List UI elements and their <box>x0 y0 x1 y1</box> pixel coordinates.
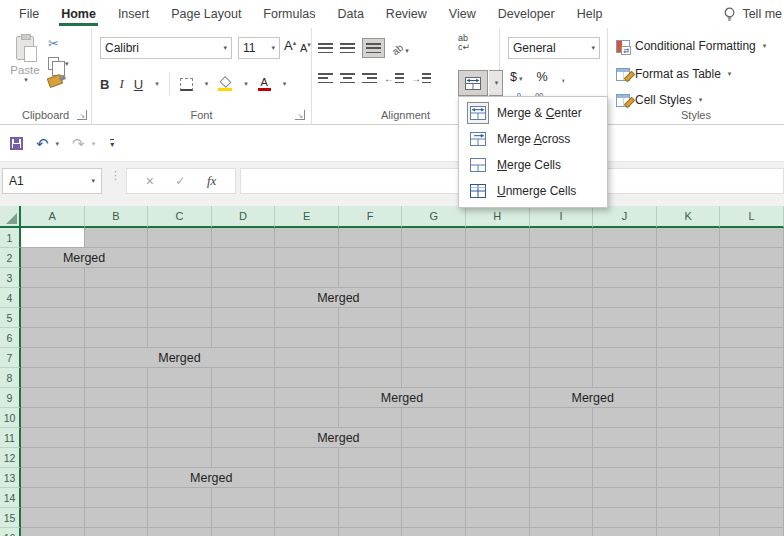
tab-home[interactable]: Home <box>50 0 107 28</box>
cell-i3[interactable] <box>530 268 594 288</box>
cell-e1[interactable] <box>275 228 339 248</box>
cell-d2[interactable] <box>212 248 276 268</box>
cell-b15[interactable] <box>85 508 149 528</box>
row-header-14[interactable]: 14 <box>0 488 21 508</box>
cell-i13[interactable] <box>530 468 594 488</box>
cell-e13[interactable] <box>275 468 339 488</box>
tell-me[interactable]: Tell me <box>723 0 784 28</box>
cell-j5[interactable] <box>593 308 657 328</box>
cell-e10[interactable] <box>275 408 339 428</box>
cell-f13[interactable] <box>339 468 403 488</box>
comma-style-button[interactable]: , <box>562 70 565 84</box>
cell-a14[interactable] <box>21 488 85 508</box>
cell-c6[interactable] <box>148 328 212 348</box>
cell-e15[interactable] <box>275 508 339 528</box>
tab-developer[interactable]: Developer <box>487 0 566 28</box>
cell-h3[interactable] <box>466 268 530 288</box>
bottom-align-button[interactable] <box>362 38 385 58</box>
cell-a9[interactable] <box>21 388 85 408</box>
cell-j11[interactable] <box>593 428 657 448</box>
cell-b5[interactable] <box>85 308 149 328</box>
cell-d16[interactable] <box>212 528 276 536</box>
cell-j10[interactable] <box>593 408 657 428</box>
cell-d4[interactable] <box>212 288 276 308</box>
cell-g12[interactable] <box>402 448 466 468</box>
cell-l12[interactable] <box>720 448 784 468</box>
cell-g8[interactable] <box>402 368 466 388</box>
cell-f3[interactable] <box>339 268 403 288</box>
font-size-combobox[interactable]: 11 ▾ <box>238 37 280 59</box>
merged-cell-e11[interactable]: Merged <box>275 428 402 448</box>
cell-b4[interactable] <box>85 288 149 308</box>
namebox-resize-handle[interactable]: ⋮ <box>110 172 121 178</box>
column-header-b[interactable]: B <box>85 206 149 228</box>
cell-e12[interactable] <box>275 448 339 468</box>
cell-k10[interactable] <box>657 408 721 428</box>
cell-g1[interactable] <box>402 228 466 248</box>
fill-color-button[interactable] <box>218 78 232 91</box>
cell-i4[interactable] <box>530 288 594 308</box>
cell-f7[interactable] <box>339 348 403 368</box>
cell-i6[interactable] <box>530 328 594 348</box>
cell-a16[interactable] <box>21 528 85 536</box>
column-header-e[interactable]: E <box>275 206 339 228</box>
conditional-formatting-button[interactable]: Conditional Formatting▾ <box>616 36 766 56</box>
cell-b13[interactable] <box>85 468 149 488</box>
cell-b14[interactable] <box>85 488 149 508</box>
cell-i16[interactable] <box>530 528 594 536</box>
cell-a13[interactable] <box>21 468 85 488</box>
cell-g7[interactable] <box>402 348 466 368</box>
cell-f12[interactable] <box>339 448 403 468</box>
middle-align-button[interactable] <box>340 42 355 54</box>
cell-f5[interactable] <box>339 308 403 328</box>
cell-k4[interactable] <box>657 288 721 308</box>
cell-k8[interactable] <box>657 368 721 388</box>
cell-b6[interactable] <box>85 328 149 348</box>
save-icon[interactable] <box>10 137 23 150</box>
cell-b8[interactable] <box>85 368 149 388</box>
merged-cell-b7[interactable]: Merged <box>85 348 276 368</box>
cell-l1[interactable] <box>720 228 784 248</box>
cell-k13[interactable] <box>657 468 721 488</box>
tab-data[interactable]: Data <box>326 0 374 28</box>
cell-h11[interactable] <box>466 428 530 448</box>
cell-g10[interactable] <box>402 408 466 428</box>
cell-i14[interactable] <box>530 488 594 508</box>
cell-d12[interactable] <box>212 448 276 468</box>
column-header-g[interactable]: G <box>402 206 466 228</box>
cell-b3[interactable] <box>85 268 149 288</box>
cell-g4[interactable] <box>402 288 466 308</box>
cell-h6[interactable] <box>466 328 530 348</box>
merged-cell-i9[interactable]: Merged <box>530 388 657 408</box>
cell-d11[interactable] <box>212 428 276 448</box>
cell-e16[interactable] <box>275 528 339 536</box>
cell-i2[interactable] <box>530 248 594 268</box>
cell-g13[interactable] <box>402 468 466 488</box>
cell-a4[interactable] <box>21 288 85 308</box>
row-header-9[interactable]: 9 <box>0 388 21 408</box>
tab-review[interactable]: Review <box>375 0 438 28</box>
cell-h14[interactable] <box>466 488 530 508</box>
cell-l5[interactable] <box>720 308 784 328</box>
cell-a5[interactable] <box>21 308 85 328</box>
cell-j16[interactable] <box>593 528 657 536</box>
cell-k2[interactable] <box>657 248 721 268</box>
cell-c9[interactable] <box>148 388 212 408</box>
cell-k5[interactable] <box>657 308 721 328</box>
cell-j1[interactable] <box>593 228 657 248</box>
cell-j15[interactable] <box>593 508 657 528</box>
cell-e7[interactable] <box>275 348 339 368</box>
format-as-table-button[interactable]: Format as Table▾ <box>616 64 731 84</box>
cell-l8[interactable] <box>720 368 784 388</box>
menu-item-unmerge-cells[interactable]: Unmerge Cells <box>459 178 607 204</box>
name-box[interactable]: A1 ▾ <box>2 168 102 194</box>
cell-g5[interactable] <box>402 308 466 328</box>
percent-style-button[interactable]: % <box>536 70 547 84</box>
cell-c5[interactable] <box>148 308 212 328</box>
column-header-j[interactable]: J <box>593 206 657 228</box>
cell-l6[interactable] <box>720 328 784 348</box>
cell-h1[interactable] <box>466 228 530 248</box>
row-header-10[interactable]: 10 <box>0 408 21 428</box>
cell-h16[interactable] <box>466 528 530 536</box>
cell-h15[interactable] <box>466 508 530 528</box>
